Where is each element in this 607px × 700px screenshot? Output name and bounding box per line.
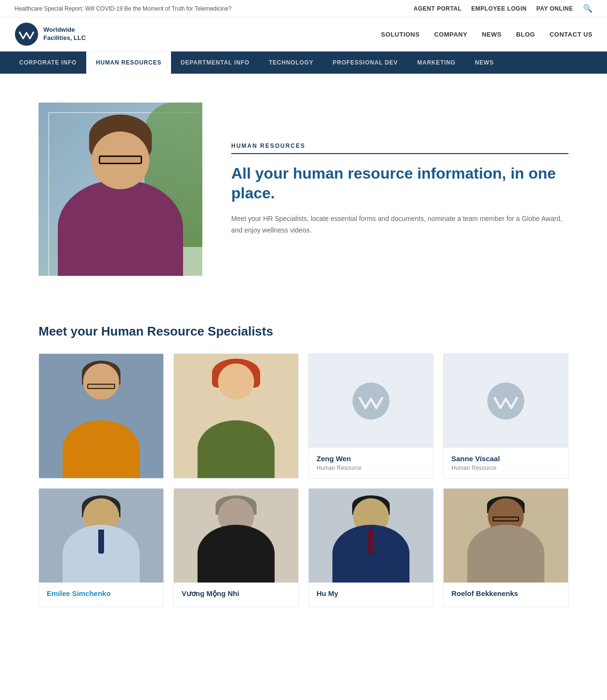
subnav-news-link[interactable]: NEWS	[465, 52, 503, 74]
wf-logo-icon	[14, 22, 39, 46]
main-nav-links: SOLUTIONS COMPANY NEWS BLOG CONTACT US	[381, 30, 593, 39]
subnav-corporate[interactable]: CORPORATE INFO	[10, 52, 86, 74]
specialist-name-emilee[interactable]: Emilee Simchenko	[47, 589, 156, 597]
specialist-name-vuong: Vương Mộng Nhi	[182, 589, 290, 598]
specialists-grid-row2: Emilee Simchenko Vương Mộng Nhi	[39, 488, 568, 607]
nav-contact[interactable]: CONTACT US	[550, 31, 593, 38]
specialist-photo-vuong	[174, 489, 298, 583]
specialist-info-sakane: Sakane Miiko Human Resource	[174, 478, 298, 479]
specialist-info-roelof: Roelof Bekkenenks	[444, 583, 568, 606]
svg-point-0	[15, 23, 38, 46]
specialist-card-anne[interactable]: Anne-Marije Markink Human Resource	[39, 353, 164, 479]
hero-image-container	[39, 103, 202, 276]
wf-placeholder-logo	[352, 382, 390, 420]
employee-login-link[interactable]: EMPLOYEE LOGIN	[471, 5, 527, 12]
news-ticker: Healthcare Special Report: Will COVID-19…	[14, 5, 232, 12]
specialist-info-zengwen: Zeng Wen Human Resource	[309, 448, 433, 478]
specialist-card-roelof[interactable]: Roelof Bekkenenks	[443, 488, 568, 607]
specialist-name-sanneviscaal: Sanne Viscaal	[451, 454, 560, 463]
specialist-name-humy: Hu My	[317, 589, 425, 597]
specialist-card-vuong[interactable]: Vương Mộng Nhi	[173, 488, 299, 607]
specialists-grid-row1: Anne-Marije Markink Human Resource Sakan…	[39, 353, 568, 479]
subnav-professional[interactable]: PROFESSIONAL DEV	[323, 52, 408, 74]
specialist-photo-emilee	[39, 489, 163, 583]
nav-news[interactable]: NEWS	[482, 31, 501, 38]
specialist-photo-sanneviscaal	[444, 354, 568, 448]
nav-blog[interactable]: BLOG	[516, 31, 535, 38]
specialist-info-vuong: Vương Mộng Nhi	[174, 583, 298, 607]
subnav-marketing[interactable]: MARKETING	[408, 52, 465, 74]
specialist-photo-anne	[39, 354, 163, 478]
subnav-departmental[interactable]: DEPARTMENTAL INFO	[171, 52, 259, 74]
main-navigation: WorldwideFacilities, LLC SOLUTIONS COMPA…	[0, 17, 607, 52]
specialist-card-zengwen[interactable]: Zeng Wen Human Resource	[308, 353, 434, 479]
agent-portal-link[interactable]: AGENT PORTAL	[414, 5, 462, 12]
subnav-hr[interactable]: HUMAN RESOURCES	[86, 52, 171, 74]
specialist-photo-sakane	[174, 354, 298, 478]
specialists-title: Meet your Human Resource Specialists	[39, 324, 568, 339]
hero-image	[39, 103, 202, 276]
specialist-role-sanneviscaal: Human Resource	[451, 465, 560, 471]
nav-company[interactable]: COMPANY	[434, 31, 467, 38]
svg-point-2	[488, 382, 525, 419]
specialist-card-emilee[interactable]: Emilee Simchenko	[39, 488, 164, 607]
top-bar-links: AGENT PORTAL EMPLOYEE LOGIN PAY ONLINE 🔍	[414, 4, 593, 13]
specialist-photo-zengwen	[309, 354, 433, 448]
specialist-info-sanneviscaal: Sanne Viscaal Human Resource	[444, 448, 568, 478]
nav-solutions[interactable]: SOLUTIONS	[381, 31, 420, 38]
specialist-name-zengwen: Zeng Wen	[317, 454, 425, 463]
specialist-photo-humy	[309, 489, 433, 583]
hero-description: Meet your HR Specialists, locate essenti…	[231, 213, 568, 236]
logo-area[interactable]: WorldwideFacilities, LLC	[14, 22, 86, 46]
specialist-card-sakane[interactable]: Sakane Miiko Human Resource	[173, 353, 299, 479]
pay-online-link[interactable]: PAY ONLINE	[536, 5, 573, 12]
subnav-technology[interactable]: TECHNOLOGY	[259, 52, 323, 74]
svg-point-1	[353, 382, 390, 419]
top-bar: Healthcare Special Report: Will COVID-19…	[0, 0, 607, 17]
hero-section: HUMAN RESOURCES All your human resource …	[0, 74, 607, 305]
specialist-info-anne: Anne-Marije Markink Human Resource	[39, 478, 163, 479]
specialist-card-humy[interactable]: Hu My	[308, 488, 434, 607]
hero-section-label: HUMAN RESOURCES	[231, 143, 568, 154]
specialist-info-humy: Hu My	[309, 583, 433, 606]
specialist-name-roelof: Roelof Bekkenenks	[451, 589, 560, 597]
secondary-navigation: CORPORATE INFO HUMAN RESOURCES DEPARTMEN…	[0, 52, 607, 74]
specialist-info-emilee: Emilee Simchenko	[39, 583, 163, 606]
search-icon[interactable]: 🔍	[583, 4, 593, 13]
hero-title: All your human resource information, in …	[231, 164, 568, 204]
specialist-role-zengwen: Human Resource	[317, 465, 425, 471]
logo-text: WorldwideFacilities, LLC	[43, 26, 86, 42]
wf-placeholder-logo-2	[487, 382, 525, 420]
specialist-card-sanneviscaal[interactable]: Sanne Viscaal Human Resource	[443, 353, 568, 479]
specialist-photo-roelof	[444, 489, 568, 583]
hero-content: HUMAN RESOURCES All your human resource …	[231, 143, 568, 236]
specialists-section: Meet your Human Resource Specialists Ann…	[0, 305, 607, 636]
